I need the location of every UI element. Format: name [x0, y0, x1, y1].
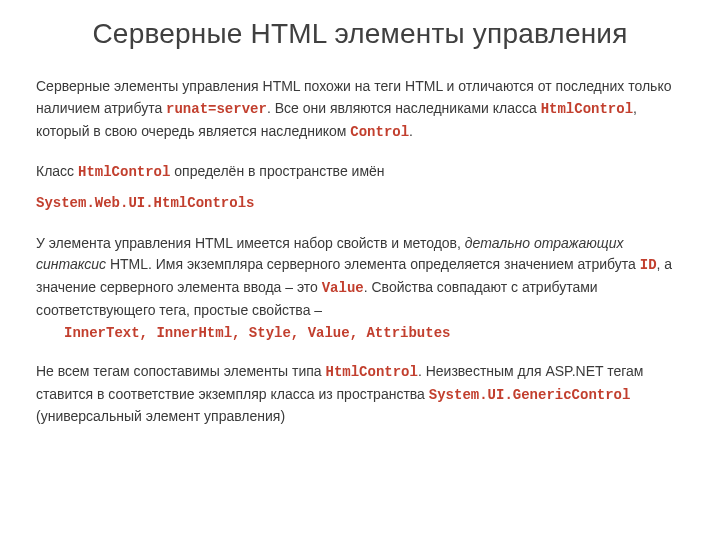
p2-a: Класс [36, 163, 78, 179]
code-control: Control [350, 124, 409, 140]
slide: Серверные HTML элементы управления Серве… [0, 0, 720, 540]
paragraph-3: System.Web.UI.HtmlControls [36, 192, 684, 215]
property-list: InnerText, InnerHtml, Style, Value, Attr… [36, 323, 684, 345]
p5-e: (универсальный элемент управления) [36, 408, 285, 424]
code-namespace: System.Web.UI.HtmlControls [36, 195, 254, 211]
p2-c: определён в пространстве имён [170, 163, 384, 179]
p4-a: У элемента управления HTML имеется набор… [36, 235, 465, 251]
slide-title: Серверные HTML элементы управления [36, 18, 684, 50]
code-htmlcontrol-3: HtmlControl [325, 364, 417, 380]
p4-c: HTML. Имя экземпляра серверного элемента… [106, 256, 640, 272]
paragraph-4: У элемента управления HTML имеется набор… [36, 233, 684, 322]
p5-a: Не всем тегам сопоставимы элементы типа [36, 363, 325, 379]
code-htmlcontrol-2: HtmlControl [78, 164, 170, 180]
code-htmlcontrol-1: HtmlControl [541, 101, 633, 117]
p1-c: . Все они являются наследниками класса [267, 100, 541, 116]
code-genericcontrol: System.UI.GenericControl [429, 387, 631, 403]
paragraph-2: Класс HtmlControl определён в пространст… [36, 161, 684, 184]
code-value: Value [322, 280, 364, 296]
code-runat: runat=server [166, 101, 267, 117]
p1-g: . [409, 123, 413, 139]
code-id: ID [640, 257, 657, 273]
paragraph-1: Серверные элементы управления HTML похож… [36, 76, 684, 143]
paragraph-5: Не всем тегам сопоставимы элементы типа … [36, 361, 684, 428]
